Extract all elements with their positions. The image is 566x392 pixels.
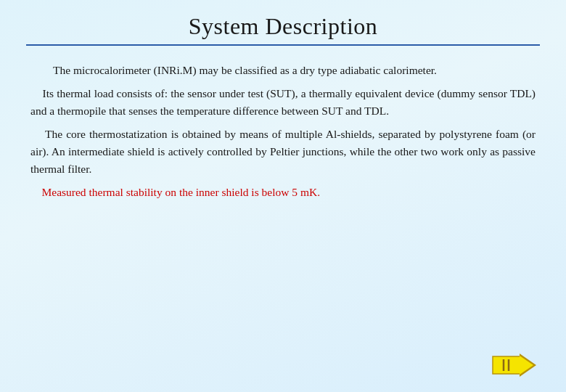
next-button[interactable] [492,353,537,377]
svg-rect-0 [493,356,520,374]
content-area: The microcalorimeter (INRi.M) may be cla… [26,62,540,348]
slide-container: System Description The microcalorimeter … [0,0,566,392]
nav-area [26,348,540,377]
paragraph-3: The core thermostatization is obtained b… [30,126,536,178]
paragraph-1-text: The microcalorimeter (INRi.M) may be cla… [53,64,437,76]
title-section: System Description [26,13,540,54]
paragraph-1: The microcalorimeter (INRi.M) may be cla… [30,62,536,79]
next-arrow-icon[interactable] [492,353,537,377]
title-underline [26,44,540,46]
paragraph-3-text: The core thermostatization is obtained b… [30,128,536,175]
paragraph-2: Its thermal load consists of: the sensor… [30,85,536,120]
slide-title: System Description [189,13,378,40]
paragraph-4: Measured thermal stability on the inner … [30,184,536,201]
paragraph-2-text: Its thermal load consists of: the sensor… [30,87,536,117]
paragraph-4-text: Measured thermal stability on the inner … [42,186,321,198]
